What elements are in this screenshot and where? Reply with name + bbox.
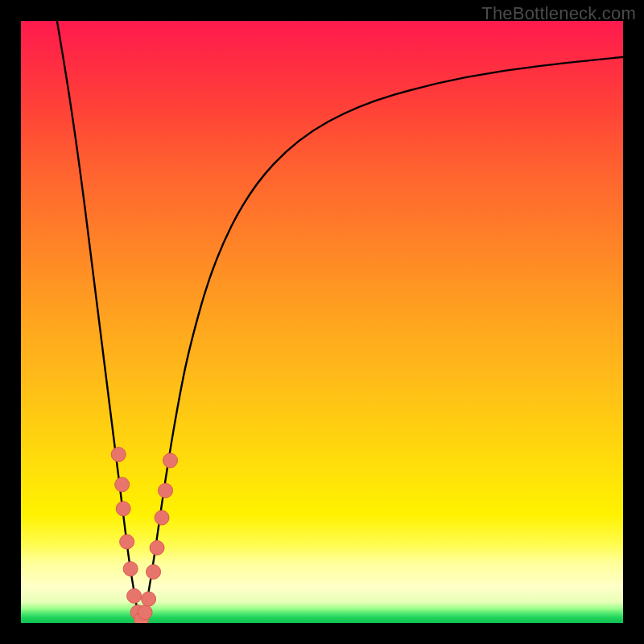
data-point-marker	[159, 483, 173, 497]
plot-area	[21, 21, 623, 623]
data-point-marker	[116, 502, 130, 516]
data-point-marker	[147, 564, 161, 579]
data-point-marker	[138, 605, 152, 620]
data-point-marker	[155, 510, 169, 525]
watermark-text: TheBottleneck.com	[481, 3, 636, 24]
data-point-marker	[120, 535, 134, 549]
data-point-marker	[150, 541, 164, 555]
bottleneck-curve	[57, 21, 623, 619]
data-point-marker	[115, 477, 130, 492]
data-point-marker	[127, 588, 142, 603]
chart-frame: TheBottleneck.com	[0, 0, 644, 644]
data-point-marker	[142, 592, 156, 606]
bottleneck-curve-svg	[21, 21, 623, 623]
data-point-marker	[123, 562, 138, 576]
data-point-marker	[163, 453, 178, 468]
data-point-marker	[111, 448, 126, 462]
